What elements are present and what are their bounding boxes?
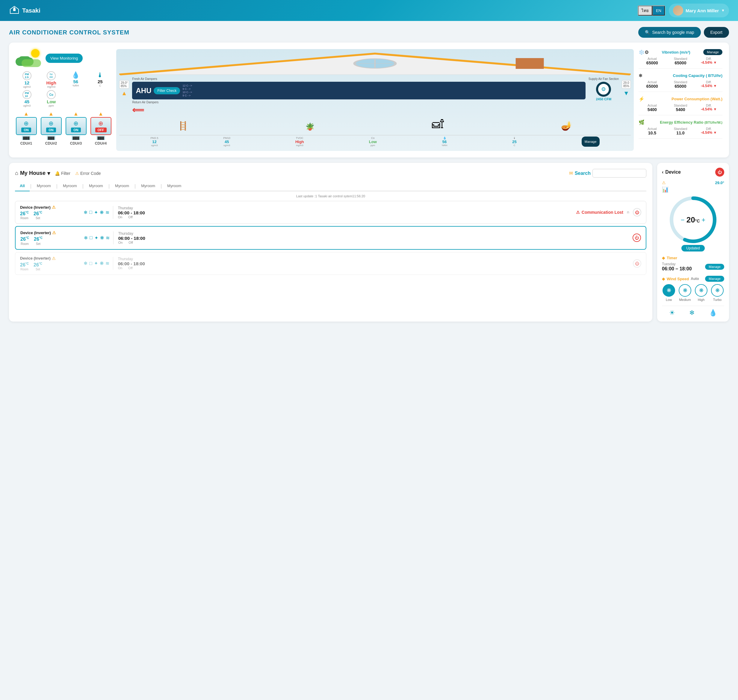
wind-speed-header: ◆ Wind Speed Auto Manage [662, 276, 724, 282]
cdu3-status: ON [71, 128, 81, 132]
device-3-warning-icon: ⚠ [52, 256, 56, 261]
mode-dry[interactable]: 💧 [709, 309, 717, 317]
mode-auto[interactable]: ☀ [669, 309, 675, 317]
square-icon-3: □ [89, 261, 92, 266]
my-house-title[interactable]: ⌂ My House ▾ [15, 170, 50, 176]
ahu-lines: 12 C···> 9 C···> 10 C···> 9 C···> [183, 84, 192, 97]
snowflake-icon-2: ❄ [84, 235, 88, 241]
lang-switcher[interactable]: ไทย EN [638, 5, 665, 16]
logo-icon [9, 5, 20, 16]
filter-check-button[interactable]: Filter Check [154, 87, 180, 94]
cooling-standard-col: Standard 65000 [667, 80, 694, 89]
floor-manage-button[interactable]: Manage [582, 137, 600, 147]
device-3-power-button[interactable]: ⏻ [633, 259, 641, 268]
chevron-down-icon: ▼ [721, 8, 725, 13]
wind-turbo-circle: ❋ [711, 284, 723, 297]
device-1-corner: ⊓ [627, 211, 629, 214]
tab-myroom-5[interactable]: Myroom [136, 182, 160, 191]
vibration-manage-button[interactable]: Manage [703, 49, 722, 55]
wind-icon-1: ≋ [105, 210, 109, 215]
fan-circle: ⚙ [596, 82, 611, 97]
ahu-title: AHU [136, 87, 151, 95]
user-profile[interactable]: Mary Ann Miller ▼ [669, 4, 729, 18]
chevron-left-icon[interactable]: ‹ [662, 169, 663, 175]
tab-myroom-3[interactable]: Myroom [84, 182, 108, 191]
timer-row: Tuesday 06:00 – 18:00 Manage [662, 262, 724, 272]
tab-myroom-4[interactable]: Myroom [110, 182, 134, 191]
fan-icon-3: ❋ [100, 260, 104, 266]
user-name: Mary Ann Miller [686, 8, 719, 13]
view-monitoring-button[interactable]: View Monitoring [46, 54, 82, 63]
floor-tvoc: TVOC High mg/m3 [295, 137, 304, 147]
cdu-unit-4: ▲ ⊕ OFF ▓▓▓ CDU#4 [90, 111, 111, 146]
mode-cool[interactable]: ❄ [689, 309, 695, 317]
stat-empty1 [65, 90, 87, 107]
plant-icon: 🪴 [305, 122, 314, 131]
search-map-button[interactable]: 🔍 Search by google map [638, 27, 701, 38]
tab-myroom-2[interactable]: Myroom [58, 182, 82, 191]
home-icon: ⌂ [15, 170, 18, 176]
floor-co: Co Low ppm [369, 137, 377, 147]
device-1-warning-icon: ⚠ [52, 205, 56, 210]
wind-auto-label: Auto [691, 276, 699, 281]
device-1-onoff: On Off [118, 215, 572, 219]
metric-energy-values: Actual 10.5 Standard 11.0 Diff. -4.54% ▼ [639, 127, 722, 135]
tab-myroom-6[interactable]: Myroom [162, 182, 186, 191]
floor-temp: 🌡 25 C [512, 137, 516, 147]
stat-tvoc: TVOC High mg/m3 [40, 71, 63, 88]
cdu3-label: CDU#3 [70, 141, 82, 146]
wind-low[interactable]: ❋ Low [663, 284, 675, 301]
main-content: AIR CONDITIONER CONTROL SYSTEM 🔍 Search … [0, 21, 738, 328]
export-button[interactable]: Export [704, 27, 729, 38]
wind-icon-3: ≋ [105, 260, 109, 266]
stat-empty2 [89, 90, 112, 107]
warning-comm-icon: ⚠ [576, 210, 580, 215]
device-2-day: Thursday [118, 231, 629, 235]
metric-cooling-title: Cooling Capacity ( BTU/hr) [673, 74, 722, 78]
device-3-schedule: Thursday 06:00 - 18:00 On Off [113, 257, 629, 270]
timer-day: Tuesday [662, 262, 692, 266]
metric-vibration-values: Actual 65000 Standard 65000 Diff. -4.54%… [639, 57, 722, 65]
device-2-power-button[interactable]: ⏻ [633, 234, 641, 242]
stat-pm25: PM2.5 12 ug/m3 [16, 71, 38, 88]
wind-low-circle: ❋ [663, 284, 675, 297]
wind-bullet: ◆ [662, 276, 665, 281]
device-2-onoff: On Off [118, 241, 629, 244]
fan-icon-2: ❋ [100, 235, 104, 241]
stat-temp: 🌡 25 C [89, 71, 112, 88]
metric-vibration-header: ❄️⚙ Vibretion (m/s²) Manage [639, 49, 722, 55]
device-1-power-button[interactable]: ⏻ [633, 208, 641, 216]
page-title: AIR CONDITIONER CONTROL SYSTEM [9, 29, 130, 36]
timer-manage-button[interactable]: Manage [705, 264, 724, 270]
energy-diff-col: Diff. -4.54% ▼ [695, 127, 722, 135]
metric-power: ⚡ Power Consumption (Watt.) Actual 5400 … [639, 96, 722, 115]
error-code-button[interactable]: ⚠ Error Code [75, 171, 101, 176]
cdu1-label: CDU#1 [21, 141, 32, 146]
tab-myroom-1[interactable]: Myroom [32, 182, 56, 191]
wind-speed-section: ◆ Wind Speed Auto Manage ❋ Low ❋ Medium [662, 276, 724, 301]
wind-low-label: Low [666, 298, 672, 301]
thermostat-temp-display: 20°C [686, 215, 700, 225]
cdu-box-2: ⊕ ON [41, 117, 62, 135]
device-ctrl-power-button[interactable]: ⏻ [715, 168, 724, 176]
filter-button[interactable]: 🔔 Filter [55, 171, 71, 176]
plus-icon-1: ✦ [94, 210, 98, 215]
wind-medium-label: Medium [679, 298, 691, 301]
metric-power-header: ⚡ Power Consumption (Watt.) [639, 96, 722, 102]
lang-en-btn[interactable]: EN [653, 6, 665, 16]
temp-increase-button[interactable]: + [701, 216, 706, 224]
lang-thai-btn[interactable]: ไทย [638, 6, 653, 16]
search-input[interactable] [592, 169, 646, 178]
house-center: 29.0°85% ▲ Fresh Air Dampers AHU Filter … [116, 49, 634, 151]
wind-manage-button[interactable]: Manage [705, 276, 724, 282]
device-2-set-temp: 26°C Set [34, 236, 43, 245]
floor-pm10: PM10 45 ug/m3 [223, 137, 230, 147]
house-section: View Monitoring PM2.5 12 ug/m3 TVOC High… [16, 49, 722, 151]
wind-medium[interactable]: ❋ Medium [679, 284, 691, 301]
wind-high[interactable]: ❋ High [695, 284, 707, 301]
fan-icon-1: ❋ [100, 210, 104, 215]
metric-cooling-header: ❄ Cooling Capacity ( BTU/hr) [639, 73, 722, 78]
temp-decrease-button[interactable]: − [681, 216, 685, 224]
wind-turbo[interactable]: ❋ Turbo [711, 284, 723, 301]
tab-all[interactable]: All [15, 182, 29, 191]
